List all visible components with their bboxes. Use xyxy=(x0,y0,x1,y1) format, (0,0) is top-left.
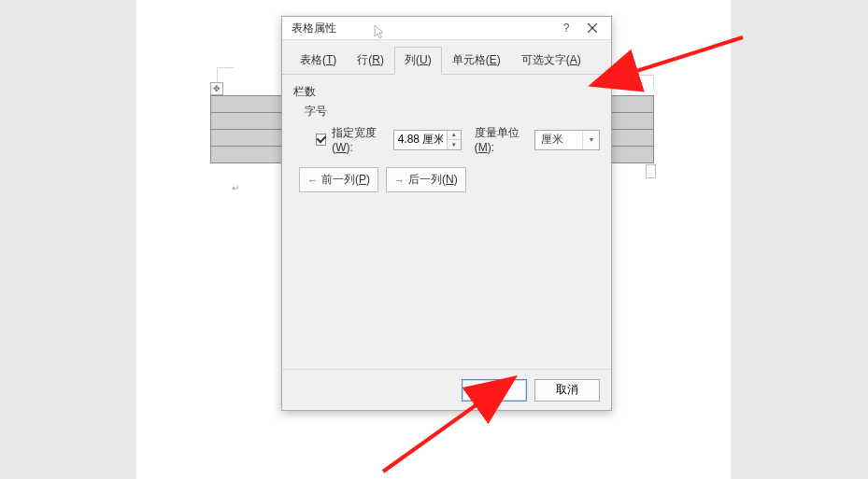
column-nav-row: ← 前一列(P) → 后一列(N) xyxy=(293,167,600,192)
sub-label-size: 字号 xyxy=(293,104,600,120)
specify-width-label: 指定宽度(W): xyxy=(332,125,387,154)
help-button[interactable]: ? xyxy=(553,19,579,37)
dialog-button-bar: 确定 取消 xyxy=(282,369,611,410)
dialog-title: 表格属性 xyxy=(292,21,553,36)
paragraph-mark: ↵ xyxy=(232,183,239,193)
dialog-titlebar[interactable]: 表格属性 ? xyxy=(282,17,611,40)
table-end-marker xyxy=(646,164,656,178)
dialog-body: 栏数 字号 指定宽度(W): ▲ ▼ 度量单位(M): 厘米 ▾ xyxy=(282,75,611,369)
width-spinner: ▲ ▼ xyxy=(393,130,462,150)
spin-up-button[interactable]: ▲ xyxy=(448,131,461,140)
spin-down-button[interactable]: ▼ xyxy=(448,140,461,149)
arrow-left-icon: ← xyxy=(307,175,318,186)
unit-label: 度量单位(M): xyxy=(475,125,529,154)
specify-width-checkbox[interactable] xyxy=(316,134,326,146)
table-properties-dialog: 表格属性 ? 表格(T) 行(R) 列(U) 单元格(E) 可选文字(A) 栏数… xyxy=(281,16,612,411)
close-button[interactable] xyxy=(579,19,605,37)
tab-cell[interactable]: 单元格(E) xyxy=(442,47,511,75)
width-input[interactable] xyxy=(394,131,447,149)
dialog-tabstrip: 表格(T) 行(R) 列(U) 单元格(E) 可选文字(A) xyxy=(282,40,611,75)
prev-column-button[interactable]: ← 前一列(P) xyxy=(299,167,378,192)
table-move-handle[interactable]: ✥ xyxy=(210,82,223,95)
group-label-columns: 栏数 xyxy=(293,84,600,100)
tab-table[interactable]: 表格(T) xyxy=(290,47,347,75)
crop-mark-top-right xyxy=(632,75,654,88)
arrow-right-icon: → xyxy=(394,175,405,186)
cancel-button[interactable]: 取消 xyxy=(534,379,600,402)
unit-select[interactable]: 厘米 ▾ xyxy=(534,130,600,150)
unit-select-value: 厘米 xyxy=(535,132,582,148)
chevron-down-icon: ▾ xyxy=(582,131,599,149)
close-icon xyxy=(588,23,597,33)
tab-alt-text[interactable]: 可选文字(A) xyxy=(511,47,591,75)
ok-button[interactable]: 确定 xyxy=(462,379,527,402)
width-row: 指定宽度(W): ▲ ▼ 度量单位(M): 厘米 ▾ xyxy=(293,125,600,154)
tab-column[interactable]: 列(U) xyxy=(394,47,442,75)
tab-row[interactable]: 行(R) xyxy=(347,47,394,75)
next-column-button[interactable]: → 后一列(N) xyxy=(386,167,466,192)
